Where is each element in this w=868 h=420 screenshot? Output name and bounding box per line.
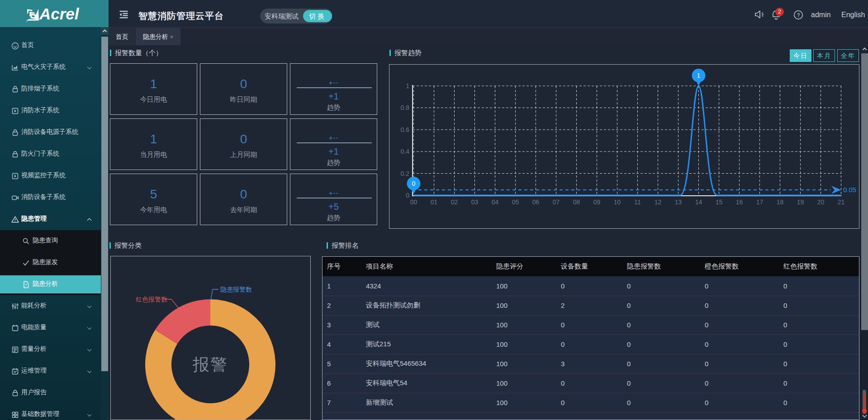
svg-text:Acrel: Acrel — [39, 5, 80, 23]
svg-text:11: 11 — [634, 198, 641, 206]
svg-text:12: 12 — [655, 198, 662, 206]
svg-text:0.8: 0.8 — [401, 104, 410, 111]
svg-text:0.05: 0.05 — [843, 186, 856, 193]
svg-text:0: 0 — [412, 180, 416, 187]
svg-text:06: 06 — [532, 198, 540, 206]
svg-text:1: 1 — [697, 72, 701, 79]
svg-text:01: 01 — [431, 198, 438, 206]
svg-text:?: ? — [797, 12, 800, 19]
svg-text:19: 19 — [797, 198, 804, 206]
svg-text:18: 18 — [777, 198, 784, 206]
svg-text:04: 04 — [492, 198, 499, 206]
svg-text:00: 00 — [410, 198, 417, 206]
svg-text:20: 20 — [817, 198, 825, 206]
svg-text:0.2: 0.2 — [401, 170, 410, 177]
svg-text:报警: 报警 — [192, 355, 228, 374]
svg-text:1: 1 — [406, 82, 409, 90]
svg-text:03: 03 — [471, 198, 479, 206]
svg-text:16: 16 — [736, 198, 743, 206]
svg-text:09: 09 — [593, 198, 601, 206]
svg-text:17: 17 — [756, 198, 764, 206]
svg-text:08: 08 — [573, 198, 580, 206]
svg-text:0.6: 0.6 — [401, 126, 410, 133]
svg-text:14: 14 — [695, 198, 702, 206]
svg-text:红色报警数: 红色报警数 — [136, 296, 167, 303]
svg-text:13: 13 — [675, 198, 682, 206]
svg-text:05: 05 — [512, 198, 519, 206]
svg-text:07: 07 — [553, 198, 560, 206]
svg-text:10: 10 — [614, 198, 621, 206]
svg-text:15: 15 — [716, 198, 723, 206]
svg-text:隐患报警数: 隐患报警数 — [220, 286, 252, 293]
svg-text:21: 21 — [838, 198, 845, 206]
svg-text:02: 02 — [451, 198, 458, 206]
svg-text:0.4: 0.4 — [401, 148, 410, 155]
svg-text:0: 0 — [406, 192, 409, 199]
